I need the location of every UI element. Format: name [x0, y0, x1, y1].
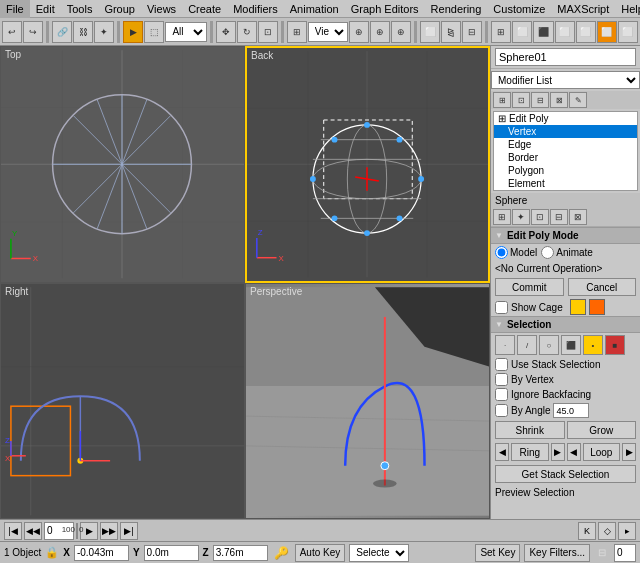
menu-create[interactable]: Create [182, 0, 227, 18]
selection-header[interactable]: ▼ Selection [491, 316, 640, 333]
y-coord-input[interactable] [144, 545, 199, 561]
cancel-button[interactable]: Cancel [568, 278, 637, 296]
toolbar-activeshade[interactable]: ⬜ [618, 21, 638, 43]
modifier-list-select[interactable]: Modifier List [491, 71, 640, 89]
ignore-backfacing-checkbox[interactable] [495, 388, 508, 401]
selected-dropdown[interactable]: Selected [349, 544, 409, 562]
sphere-modifier-btn5[interactable]: ⊠ [569, 209, 587, 225]
use-stack-sel-checkbox[interactable] [495, 358, 508, 371]
toolbar-scale[interactable]: ⊡ [258, 21, 278, 43]
auto-key-button[interactable]: Auto Key [295, 544, 346, 562]
by-vertex-checkbox[interactable] [495, 373, 508, 386]
keyframe-btn2[interactable]: ◇ [598, 522, 616, 540]
sel-vertex-icon[interactable]: • [583, 335, 603, 355]
toolbar-bind[interactable]: ✦ [94, 21, 114, 43]
edit-poly-mode-header[interactable]: ▼ Edit Poly Mode [491, 227, 640, 244]
animate-radio[interactable] [541, 246, 554, 259]
grow-button[interactable]: Grow [567, 421, 637, 439]
toolbar-render[interactable]: ⬜ [597, 21, 617, 43]
x-coord-input[interactable] [74, 545, 129, 561]
set-key-button[interactable]: Set Key [475, 544, 520, 562]
ring-button[interactable]: Ring [511, 443, 549, 461]
sphere-modifier-btn4[interactable]: ⊟ [550, 209, 568, 225]
toolbar-undo[interactable]: ↩ [2, 21, 22, 43]
toolbar-link[interactable]: 🔗 [52, 21, 72, 43]
viewport-back[interactable]: Back [245, 46, 490, 283]
modifier-tree-btn1[interactable]: ⊞ [493, 92, 511, 108]
toolbar-view-select[interactable]: View [308, 22, 348, 42]
ring-next-arrow[interactable]: ▶ [551, 443, 565, 461]
fps-input[interactable] [614, 544, 636, 562]
menu-edit[interactable]: Edit [30, 0, 61, 18]
animate-radio-label[interactable]: Animate [541, 246, 593, 259]
modifier-tree-polygon[interactable]: Polygon [494, 164, 637, 177]
loop-button[interactable]: Loop [583, 443, 621, 461]
toolbar-filter-select[interactable]: All [165, 22, 206, 42]
toolbar-select-region[interactable]: ⬚ [144, 21, 164, 43]
menu-tools[interactable]: Tools [61, 0, 99, 18]
toolbar-track-view[interactable]: ⬜ [512, 21, 532, 43]
modifier-tree-editpoly[interactable]: ⊞ Edit Poly [494, 112, 637, 125]
modifier-tree-edge[interactable]: Edge [494, 138, 637, 151]
modifier-tree-element[interactable]: Element [494, 177, 637, 190]
toolbar-snap2[interactable]: ⊕ [370, 21, 390, 43]
timeline-track[interactable]: 0 100 [76, 523, 78, 539]
menu-modifiers[interactable]: Modifiers [227, 0, 284, 18]
menu-maxscript[interactable]: MAXScript [551, 0, 615, 18]
toolbar-material[interactable]: ⬜ [555, 21, 575, 43]
toolbar-move[interactable]: ✥ [216, 21, 236, 43]
sphere-modifier-btn1[interactable]: ⊞ [493, 209, 511, 225]
toolbar-layers[interactable]: ⊞ [491, 21, 511, 43]
toolbar-snap3[interactable]: ⊕ [391, 21, 411, 43]
loop-next-arrow[interactable]: ▶ [622, 443, 636, 461]
toolbar-rotate[interactable]: ↻ [237, 21, 257, 43]
keyframe-btn1[interactable]: K [578, 522, 596, 540]
toolbar-snap[interactable]: ⊕ [349, 21, 369, 43]
sel-loop-icon[interactable]: ○ [539, 335, 559, 355]
commit-button[interactable]: Commit [495, 278, 564, 296]
sel-element-icon[interactable]: ■ [605, 335, 625, 355]
modifier-tree-btn2[interactable]: ⊡ [512, 92, 530, 108]
toolbar-unlink[interactable]: ⛓ [73, 21, 93, 43]
show-cage-color2[interactable] [589, 299, 605, 315]
viewport-top[interactable]: Top X [0, 46, 245, 283]
toolbar-align[interactable]: ⊟ [462, 21, 482, 43]
key-filters-button[interactable]: Key Filters... [524, 544, 590, 562]
by-angle-input[interactable] [553, 403, 589, 418]
model-radio-label[interactable]: Model [495, 246, 537, 259]
menu-customize[interactable]: Customize [487, 0, 551, 18]
timeline-prev-key[interactable]: ◀◀ [24, 522, 42, 540]
toolbar-redo[interactable]: ↪ [23, 21, 43, 43]
sphere-modifier-btn2[interactable]: ✦ [512, 209, 530, 225]
sel-poly-icon[interactable]: ⬛ [561, 335, 581, 355]
viewport-right[interactable]: Right X Z [0, 283, 245, 520]
lock-icon-btn[interactable]: 🔒 [45, 546, 59, 559]
menu-rendering[interactable]: Rendering [425, 0, 488, 18]
modifier-tree-border[interactable]: Border [494, 151, 637, 164]
sphere-modifier-btn3[interactable]: ⊡ [531, 209, 549, 225]
toolbar-select[interactable]: ▶ [123, 21, 143, 43]
keyframe-btn3[interactable]: ▸ [618, 522, 636, 540]
sel-edge-icon[interactable]: / [517, 335, 537, 355]
loop-prev-arrow[interactable]: ◀ [567, 443, 581, 461]
toolbar-ref-coord[interactable]: ⊞ [287, 21, 307, 43]
modifier-tree-vertex[interactable]: Vertex [494, 125, 637, 138]
menu-animation[interactable]: Animation [284, 0, 345, 18]
modifier-tree-btn4[interactable]: ⊠ [550, 92, 568, 108]
viewport-perspective[interactable]: Perspective [245, 283, 490, 520]
toolbar-render-setup[interactable]: ⬜ [576, 21, 596, 43]
show-cage-checkbox[interactable] [495, 301, 508, 314]
menu-views[interactable]: Views [141, 0, 182, 18]
menu-group[interactable]: Group [98, 0, 141, 18]
toolbar-schematic[interactable]: ⬛ [533, 21, 553, 43]
ring-prev-arrow[interactable]: ◀ [495, 443, 509, 461]
timeline-prev-frame[interactable]: |◀ [4, 522, 22, 540]
shrink-button[interactable]: Shrink [495, 421, 565, 439]
model-radio[interactable] [495, 246, 508, 259]
toolbar-mirror[interactable]: ⧎ [441, 21, 461, 43]
show-cage-color1[interactable] [570, 299, 586, 315]
toolbar-named-sel[interactable]: ⬜ [420, 21, 440, 43]
timeline-next-frame[interactable]: ▶| [120, 522, 138, 540]
sel-dot-icon[interactable]: · [495, 335, 515, 355]
modifier-tree-btn3[interactable]: ⊟ [531, 92, 549, 108]
